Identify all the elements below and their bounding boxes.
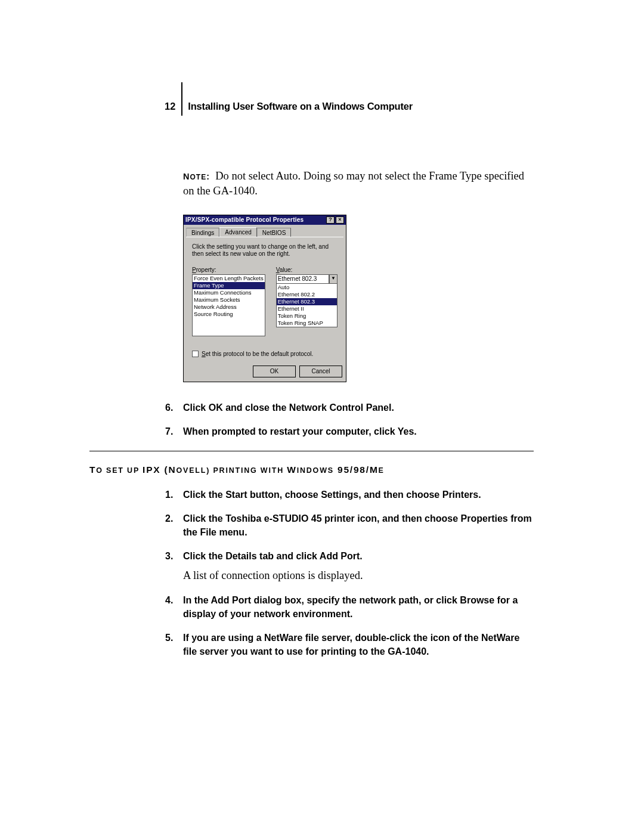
step-4: 4.In the Add Port dialog box, specify th… (183, 594, 534, 621)
tab-netbios[interactable]: NetBIOS (257, 228, 291, 237)
step-2: 2.Click the Toshiba e-STUDIO 45 printer … (183, 512, 534, 539)
step-3-subtext: A list of connection options is displaye… (183, 568, 534, 584)
list-item[interactable]: Auto (277, 284, 337, 291)
property-listbox[interactable]: Force Even Length Packets Frame Type Max… (192, 274, 265, 336)
default-protocol-checkbox[interactable]: Set this protocol to be the default prot… (192, 351, 313, 357)
document-page: 12 Installing User Software on a Windows… (0, 0, 644, 833)
cancel-button[interactable]: Cancel (299, 366, 342, 377)
step-5: 5.If you are using a NetWare file server… (183, 631, 534, 658)
list-item[interactable]: Maximum Sockets (193, 296, 265, 304)
step-1: 1.Click the Start button, choose Setting… (183, 488, 534, 501)
list-item[interactable]: Ethernet II (277, 305, 337, 312)
list-item[interactable]: Token Ring SNAP (277, 320, 337, 327)
procedure-heading: TO SET UP IPX (NOVELL) PRINTING WITH WIN… (89, 465, 534, 475)
note-label: NOTE: (183, 172, 210, 181)
list-item[interactable]: Maximum Connections (193, 289, 265, 296)
list-item[interactable]: Ethernet 802.2 (277, 291, 337, 298)
value-label: Value: (276, 267, 338, 273)
value-combobox[interactable]: Ethernet 802.3 ▼ (276, 274, 338, 284)
chevron-down-icon[interactable]: ▼ (329, 274, 338, 284)
checkbox-icon[interactable] (192, 351, 199, 357)
list-item[interactable]: Force Even Length Packets (193, 275, 265, 282)
value-dropdown[interactable]: Auto Ethernet 802.2 Ethernet 802.3 Ether… (276, 284, 338, 327)
running-header: 12 Installing User Software on a Windows… (165, 89, 644, 123)
note-paragraph: NOTE: Do not select Auto. Doing so may n… (183, 169, 534, 199)
tab-bindings[interactable]: Bindings (186, 228, 219, 237)
tab-advanced[interactable]: Advanced (219, 227, 256, 237)
chapter-title: Installing User Software on a Windows Co… (188, 101, 413, 112)
header-divider (181, 82, 182, 116)
note-text: Do not select Auto. Doing so may not sel… (183, 170, 524, 197)
list-item[interactable]: Source Routing (193, 311, 265, 318)
step-6: 6.Click OK and close the Network Control… (183, 401, 534, 414)
page-number: 12 (165, 101, 181, 112)
dialog-title: IPX/SPX-compatible Protocol Properties (185, 216, 304, 223)
step-list-b: 1.Click the Start button, choose Setting… (183, 488, 534, 658)
ipx-dialog: IPX/SPX-compatible Protocol Properties ?… (183, 215, 534, 382)
list-item[interactable]: Network Address (193, 304, 265, 311)
step-3: 3.Click the Details tab and click Add Po… (183, 550, 534, 583)
dialog-titlebar: IPX/SPX-compatible Protocol Properties ?… (184, 215, 346, 225)
step-list-a: 6.Click OK and close the Network Control… (183, 401, 534, 439)
list-item[interactable]: Ethernet 802.3 (277, 298, 337, 305)
list-item[interactable]: Frame Type (193, 282, 265, 289)
close-icon[interactable]: × (336, 216, 344, 224)
dialog-instruction: Click the setting you want to change on … (192, 243, 338, 258)
section-divider (89, 451, 534, 451)
combo-value: Ethernet 802.3 (276, 274, 329, 284)
ok-button[interactable]: OK (253, 366, 296, 377)
list-item[interactable]: Token Ring (277, 312, 337, 320)
property-label: Property: (192, 267, 265, 273)
help-icon[interactable]: ? (326, 216, 335, 224)
dialog-tabs: Bindings Advanced NetBIOS (186, 227, 343, 237)
